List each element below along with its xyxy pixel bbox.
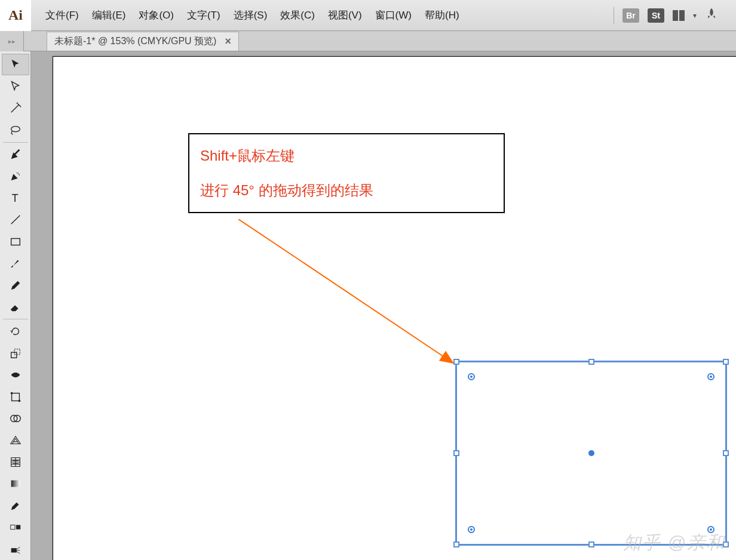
corner-widget-icon[interactable]: [468, 526, 475, 533]
menu-view[interactable]: 视图(V): [328, 8, 362, 22]
menu-help[interactable]: 帮助(H): [425, 8, 459, 22]
scale-tool[interactable]: [2, 343, 29, 364]
watermark: 知乎 @亲和: [623, 531, 725, 555]
rectangle-tool[interactable]: [2, 230, 29, 252]
tool-separator: [3, 142, 28, 143]
stock-icon[interactable]: St: [648, 8, 664, 23]
magic-wand-tool[interactable]: [2, 97, 29, 119]
selection-handle[interactable]: [453, 450, 459, 456]
selection-center-icon[interactable]: [588, 450, 594, 456]
svg-rect-12: [11, 481, 20, 487]
shape-builder-tool[interactable]: [2, 408, 29, 429]
mesh-tool[interactable]: [2, 451, 29, 473]
perspective-grid-tool[interactable]: [2, 429, 29, 451]
svg-text:T: T: [11, 192, 18, 204]
lasso-tool[interactable]: [2, 119, 29, 140]
eraser-tool[interactable]: [2, 296, 29, 318]
free-transform-tool[interactable]: [2, 386, 29, 407]
toolbar: T: [0, 51, 31, 560]
selected-rectangle[interactable]: [455, 361, 727, 546]
selection-handle[interactable]: [453, 541, 459, 547]
tool-separator: [3, 319, 28, 319]
svg-rect-5: [14, 349, 20, 354]
tab-bar: 未标题-1* @ 153% (CMYK/GPU 预览) ×: [0, 31, 736, 51]
menu-object[interactable]: 对象(O): [139, 8, 174, 22]
chevron-down-icon[interactable]: ▾: [693, 11, 697, 20]
expand-control-icon[interactable]: ▸▸: [8, 38, 16, 45]
annotation-line2: 进行 45° 的拖动得到的结果: [200, 180, 493, 201]
selection-tool[interactable]: [2, 54, 29, 75]
tab-close-icon[interactable]: ×: [225, 35, 231, 48]
menu-items: 文件(F) 编辑(E) 对象(O) 文字(T) 选择(S) 效果(C) 视图(V…: [45, 8, 459, 22]
canvas-area[interactable]: Shift+鼠标左键 进行 45° 的拖动得到的结果 知乎 @亲和: [31, 51, 736, 560]
bridge-icon[interactable]: Br: [622, 8, 639, 23]
menu-divider: [614, 7, 614, 24]
corner-widget-icon[interactable]: [468, 373, 475, 380]
line-tool[interactable]: [2, 209, 29, 230]
gradient-tool[interactable]: [2, 473, 29, 494]
eyedropper-tool[interactable]: [2, 495, 29, 516]
menubar: Ai 文件(F) 编辑(E) 对象(O) 文字(T) 选择(S) 效果(C) 视…: [0, 0, 736, 31]
width-tool[interactable]: [2, 364, 29, 386]
svg-rect-13: [10, 525, 14, 530]
pencil-tool[interactable]: [2, 274, 29, 296]
artboard[interactable]: Shift+鼠标左键 进行 45° 的拖动得到的结果: [53, 56, 736, 560]
type-tool[interactable]: T: [2, 187, 29, 209]
control-bar: ▸▸: [0, 31, 24, 51]
menu-effect[interactable]: 效果(C): [280, 8, 315, 22]
svg-rect-6: [11, 393, 19, 401]
selection-handle[interactable]: [723, 450, 729, 456]
svg-point-7: [10, 392, 13, 394]
svg-line-2: [11, 216, 20, 224]
annotation-box: Shift+鼠标左键 进行 45° 的拖动得到的结果: [188, 133, 505, 213]
tab-title: 未标题-1* @ 153% (CMYK/GPU 预览): [54, 35, 216, 48]
svg-point-0: [11, 126, 20, 131]
pen-tool[interactable]: [2, 144, 29, 165]
menu-type[interactable]: 文字(T): [187, 8, 220, 22]
svg-rect-4: [11, 352, 16, 358]
selection-handle[interactable]: [453, 359, 459, 365]
selection-handle[interactable]: [588, 359, 594, 365]
arrange-documents-icon[interactable]: [673, 10, 685, 21]
menu-window[interactable]: 窗口(W): [375, 8, 412, 22]
menu-right: Br St ▾: [614, 7, 736, 24]
curvature-tool[interactable]: [2, 165, 29, 187]
paintbrush-tool[interactable]: [2, 253, 29, 274]
gpu-performance-icon[interactable]: [705, 7, 718, 24]
selection-handle[interactable]: [723, 359, 729, 365]
svg-rect-3: [11, 238, 20, 245]
annotation-line1: Shift+鼠标左键: [200, 145, 493, 167]
svg-point-8: [18, 399, 20, 402]
menu-select[interactable]: 选择(S): [234, 8, 268, 22]
document-tab[interactable]: 未标题-1* @ 153% (CMYK/GPU 预览) ×: [47, 32, 239, 51]
annotation-arrow-icon: [238, 219, 459, 368]
app-logo: Ai: [0, 0, 31, 31]
selection-handle[interactable]: [588, 541, 594, 547]
svg-rect-15: [11, 548, 16, 552]
blend-tool[interactable]: [2, 516, 29, 538]
menu-file[interactable]: 文件(F): [45, 8, 79, 22]
symbol-sprayer-tool[interactable]: [2, 539, 29, 560]
menu-edit[interactable]: 编辑(E): [92, 8, 126, 22]
corner-widget-icon[interactable]: [707, 373, 714, 380]
rotate-tool[interactable]: [2, 321, 29, 342]
direct-selection-tool[interactable]: [2, 75, 29, 97]
svg-rect-14: [16, 525, 20, 530]
svg-line-16: [238, 219, 452, 362]
